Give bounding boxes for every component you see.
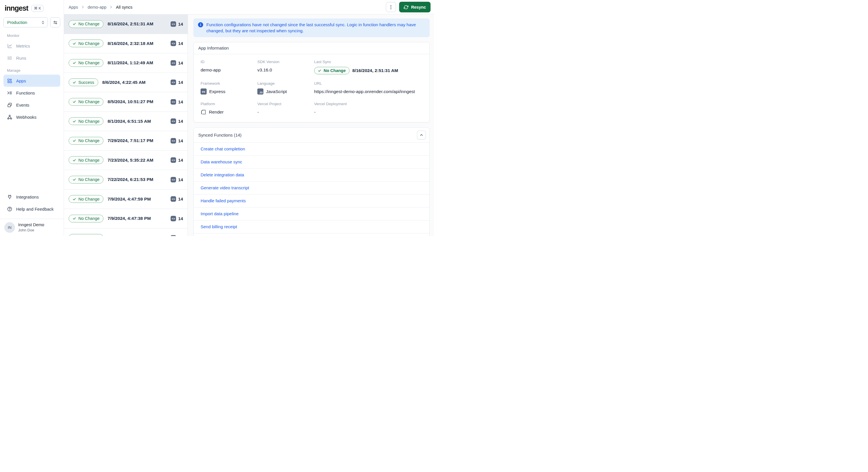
sync-status-label: No Change — [79, 61, 99, 65]
sync-row[interactable]: Success 8/6/2024, 4:22:45 AM <> 14 — [64, 73, 188, 93]
sidebar-item-events[interactable]: Events — [3, 99, 60, 111]
sidebar-nav: Monitor Metrics Runs Manage Apps Functio… — [0, 29, 64, 123]
sync-row[interactable]: No Change 8/5/2024, 10:51:27 PM <> 14 — [64, 92, 188, 112]
sync-row[interactable]: No Change 8/16/2024, 2:32:18 AM <> 14 — [64, 34, 188, 54]
field-framework: Framework exExpress — [200, 81, 257, 95]
app-information-card: App Information ID demo-app SDK Version … — [193, 42, 430, 123]
chevron-up-icon — [420, 133, 423, 137]
collapse-button[interactable] — [417, 130, 426, 139]
status-badge: No Change — [69, 156, 103, 164]
sync-count: 14 — [178, 138, 183, 143]
function-link[interactable]: Generate video transcript — [200, 185, 249, 190]
sidebar-item-label: Metrics — [16, 43, 30, 49]
sidebar-item-runs[interactable]: Runs — [3, 52, 60, 64]
check-icon — [73, 139, 76, 143]
function-link[interactable]: Create chat completion — [200, 146, 245, 151]
status-badge: No Change — [69, 137, 103, 145]
status-badge: No Change — [69, 59, 103, 67]
sync-row[interactable]: No Change 8/16/2024, 2:51:31 AM <> 14 — [64, 14, 188, 34]
breadcrumb-apps[interactable]: Apps — [69, 5, 78, 9]
sidebar-item-integrations[interactable]: Integrations — [3, 191, 60, 203]
function-row-partial — [194, 233, 429, 236]
chevron-right-icon — [81, 5, 85, 9]
function-link[interactable]: Send billing receipt — [200, 224, 237, 229]
sync-status-label: No Change — [79, 99, 99, 104]
sidebar-item-functions[interactable]: Functions — [3, 87, 60, 99]
sync-count: 14 — [178, 158, 183, 162]
sidebar-item-help[interactable]: Help and Feedback — [3, 203, 60, 215]
resync-button[interactable]: Resync — [399, 2, 431, 12]
code-icon: <> — [170, 196, 176, 202]
sync-status-label: No Change — [79, 158, 99, 162]
express-icon: ex — [200, 89, 207, 95]
last-sync-timestamp: 8/16/2024, 2:51:31 AM — [352, 68, 398, 73]
sync-timestamp: 7/9/2024, 4:09:07 PM — [107, 235, 151, 236]
sync-timestamp: 7/9/2024, 4:47:38 PM — [107, 216, 151, 221]
sync-timestamp: 7/22/2024, 6:21:53 PM — [107, 177, 153, 182]
breadcrumb-all-syncs: All syncs — [116, 5, 132, 9]
function-link[interactable]: Delete integration data — [200, 172, 244, 177]
sidebar-item-webhooks[interactable]: Webhooks — [3, 111, 60, 123]
breadcrumb: Apps demo-app All syncs — [69, 5, 132, 9]
function-row: Import data pipeline — [194, 208, 429, 220]
nodes-icon — [7, 115, 12, 120]
sync-row[interactable]: No Change 7/23/2024, 5:35:22 AM <> 14 — [64, 151, 188, 170]
command-k-shortcut[interactable]: ⌘ K — [31, 5, 43, 12]
status-badge: No Change — [69, 117, 103, 125]
status-badge: No Change — [69, 98, 103, 106]
sidebar: inngest ⌘ K Production Monitor Metrics — [0, 0, 64, 236]
sync-status-label: No Change — [79, 138, 99, 143]
topbar: Apps demo-app All syncs Resync — [64, 0, 434, 14]
environment-settings-button[interactable] — [50, 17, 60, 27]
sync-row[interactable]: No Change 8/1/2024, 6:51:15 AM <> 14 — [64, 112, 188, 131]
field-sdk-version: SDK Version v3.16.0 — [257, 60, 314, 74]
sync-list: No Change 8/16/2024, 2:51:31 AM <> 14 No… — [64, 14, 188, 236]
check-icon — [318, 69, 321, 72]
check-icon — [73, 158, 76, 162]
sync-timestamp: 7/29/2024, 7:51:17 PM — [107, 138, 153, 143]
sidebar-item-metrics[interactable]: Metrics — [3, 40, 60, 52]
sync-row[interactable]: No Change 7/9/2024, 4:47:59 PM <> 14 — [64, 190, 188, 209]
sync-timestamp: 8/1/2024, 6:51:15 AM — [107, 119, 151, 124]
sync-row[interactable]: No Change 8/11/2024, 1:12:49 AM <> 14 — [64, 53, 188, 73]
avatar: IN — [4, 222, 15, 233]
code-icon: <> — [170, 21, 176, 27]
sliders-icon — [53, 20, 58, 25]
more-options-button[interactable] — [386, 2, 396, 12]
sidebar-footer: Integrations Help and Feedback — [0, 191, 64, 215]
check-icon — [73, 81, 76, 84]
line-chart-icon — [7, 43, 12, 49]
sync-row[interactable]: No Change 7/22/2024, 6:21:53 PM <> 14 — [64, 170, 188, 190]
sync-status-label: No Change — [79, 41, 99, 46]
sync-count: 14 — [178, 61, 183, 65]
sync-status-label: Success — [79, 80, 94, 85]
sync-row[interactable]: No Change 7/9/2024, 4:09:07 PM <> 14 — [64, 228, 188, 236]
environment-selector-value: Production — [7, 20, 27, 25]
function-link[interactable]: Handle failed payments — [200, 198, 246, 203]
sync-detail-panel: Function configurations have not changed… — [188, 14, 434, 236]
chevron-up-down-icon — [41, 21, 45, 25]
render-icon — [200, 109, 206, 115]
apps-grid-icon — [7, 78, 12, 84]
sync-row[interactable]: No Change 7/9/2024, 4:47:38 PM <> 14 — [64, 209, 188, 228]
breadcrumb-demo-app[interactable]: demo-app — [88, 5, 106, 9]
function-link[interactable]: Data warehouse sync — [200, 159, 242, 164]
function-row: Send billing receipt — [194, 220, 429, 233]
code-icon: <> — [170, 119, 176, 124]
sync-count: 14 — [178, 41, 183, 46]
user-menu[interactable]: IN Inngest Demo John Doe — [0, 219, 64, 236]
sync-timestamp: 8/16/2024, 2:32:18 AM — [107, 41, 153, 46]
field-url: URL https://inngest-demo-app.onrender.co… — [314, 81, 423, 95]
function-row: Generate video transcript — [194, 182, 429, 194]
inngest-logo: inngest — [5, 5, 28, 12]
sidebar-item-apps[interactable]: Apps — [3, 75, 60, 87]
sync-status-label: No Change — [79, 216, 99, 221]
app-window: inngest ⌘ K Production Monitor Metrics — [0, 0, 434, 236]
environment-selector[interactable]: Production — [3, 17, 48, 27]
sync-row[interactable]: No Change 7/29/2024, 7:51:17 PM <> 14 — [64, 131, 188, 151]
function-link[interactable]: Import data pipeline — [200, 211, 239, 216]
sidebar-item-label: Functions — [16, 91, 35, 95]
check-icon — [73, 100, 76, 103]
question-circle-icon — [7, 206, 12, 212]
check-icon — [73, 217, 76, 220]
